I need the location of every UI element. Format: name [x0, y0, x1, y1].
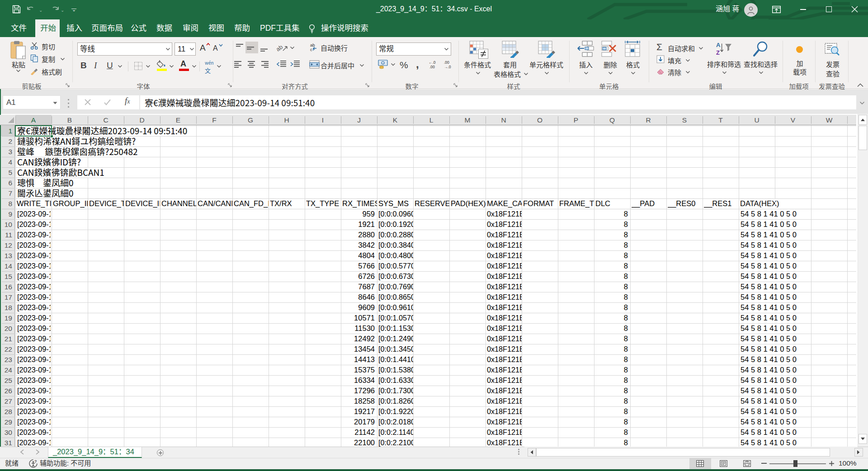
svg-text:Z: Z [716, 49, 720, 56]
svg-text:→.0: →.0 [444, 65, 451, 69]
svg-text:.00: .00 [429, 65, 435, 69]
svg-text:A: A [716, 42, 721, 48]
svg-text:←.0: ←.0 [429, 60, 436, 65]
svg-text:?: ? [34, 459, 37, 464]
svg-text:.00: .00 [444, 60, 449, 65]
svg-text:c: c [310, 47, 312, 52]
svg-text:ab: ab [277, 43, 284, 53]
